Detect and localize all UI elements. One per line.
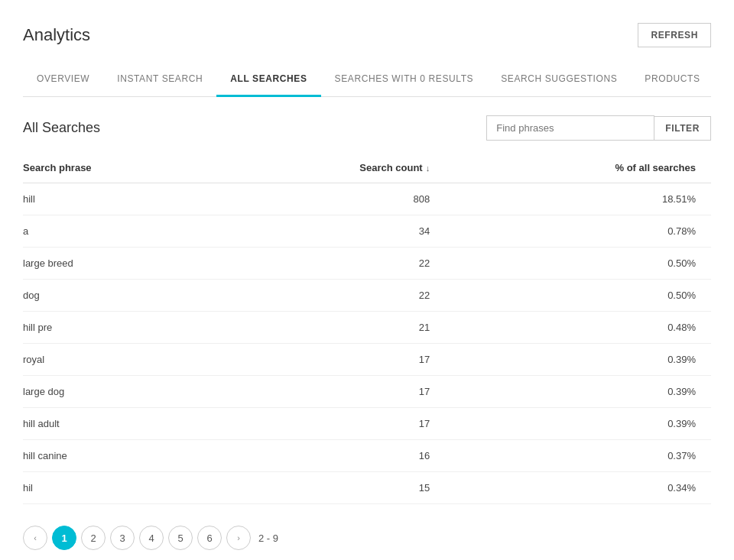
pagination-page-5[interactable]: 5 <box>168 526 193 550</box>
tab-all-searches[interactable]: ALL SEARCHES <box>216 63 320 97</box>
cell-percent: 18.51% <box>476 183 711 215</box>
pagination-prev[interactable]: ‹ <box>23 526 47 550</box>
cell-phrase: hill canine <box>23 440 191 472</box>
table-row: hill canine160.37% <box>23 440 711 472</box>
cell-percent: 0.39% <box>476 408 711 440</box>
cell-percent: 0.39% <box>476 376 711 408</box>
col-header-count[interactable]: Search count↓ <box>191 153 476 183</box>
section-title: All Searches <box>23 120 100 136</box>
cell-count: 17 <box>191 376 476 408</box>
tabs-nav: OVERVIEW INSTANT SEARCH ALL SEARCHES SEA… <box>23 63 711 97</box>
cell-phrase: hill adult <box>23 408 191 440</box>
pagination-next[interactable]: › <box>226 526 251 550</box>
page-wrapper: Analytics REFRESH OVERVIEW INSTANT SEARC… <box>0 0 734 560</box>
cell-count: 17 <box>191 408 476 440</box>
cell-phrase: large breed <box>23 248 191 280</box>
header-row: Analytics REFRESH <box>23 23 711 47</box>
pagination-page-6[interactable]: 6 <box>197 526 222 550</box>
pagination-page-4[interactable]: 4 <box>139 526 164 550</box>
cell-count: 808 <box>191 183 476 215</box>
cell-phrase: hill pre <box>23 312 191 344</box>
table-row: hill pre210.48% <box>23 312 711 344</box>
cell-count: 15 <box>191 472 476 504</box>
tab-search-suggestions[interactable]: SEARCH SUGGESTIONS <box>487 63 631 97</box>
find-phrases-input[interactable] <box>486 115 654 141</box>
pagination-page-3[interactable]: 3 <box>110 526 135 550</box>
cell-count: 34 <box>191 215 476 248</box>
cell-percent: 0.78% <box>476 215 711 248</box>
table-row: a340.78% <box>23 215 711 248</box>
cell-count: 16 <box>191 440 476 472</box>
searches-table: Search phrase Search count↓ % of all sea… <box>23 153 711 504</box>
tab-overview[interactable]: OVERVIEW <box>23 63 103 97</box>
col-header-percent: % of all searches <box>476 153 711 183</box>
sort-icon: ↓ <box>426 163 430 173</box>
filter-row: FILTER <box>486 115 711 141</box>
cell-count: 21 <box>191 312 476 344</box>
pagination-page-1[interactable]: 1 <box>52 526 76 550</box>
cell-phrase: royal <box>23 344 191 376</box>
tab-products[interactable]: PRODUCTS <box>631 63 713 97</box>
tab-instant-search[interactable]: INSTANT SEARCH <box>103 63 216 97</box>
pagination-page-2[interactable]: 2 <box>81 526 106 550</box>
pagination: ‹ 1 2 3 4 5 6 › 2 - 9 <box>23 504 711 558</box>
table-header-row: Search phrase Search count↓ % of all sea… <box>23 153 711 183</box>
table-row: large breed220.50% <box>23 248 711 280</box>
cell-phrase: hil <box>23 472 191 504</box>
filter-button[interactable]: FILTER <box>654 116 711 141</box>
cell-phrase: dog <box>23 280 191 312</box>
cell-phrase: hill <box>23 183 191 215</box>
page-title: Analytics <box>23 25 90 45</box>
table-row: hill80818.51% <box>23 183 711 215</box>
table-row: royal170.39% <box>23 344 711 376</box>
table-row: hil150.34% <box>23 472 711 504</box>
table-row: hill adult170.39% <box>23 408 711 440</box>
refresh-button[interactable]: REFRESH <box>638 23 711 47</box>
cell-percent: 0.34% <box>476 472 711 504</box>
section-header: All Searches FILTER <box>23 97 711 153</box>
cell-percent: 0.50% <box>476 248 711 280</box>
cell-count: 17 <box>191 344 476 376</box>
col-header-phrase: Search phrase <box>23 153 191 183</box>
cell-phrase: a <box>23 215 191 248</box>
table-row: large dog170.39% <box>23 376 711 408</box>
cell-count: 22 <box>191 280 476 312</box>
tab-searches-0-results[interactable]: SEARCHES WITH 0 RESULTS <box>321 63 488 97</box>
cell-percent: 0.39% <box>476 344 711 376</box>
cell-phrase: large dog <box>23 376 191 408</box>
table-row: dog220.50% <box>23 280 711 312</box>
cell-count: 22 <box>191 248 476 280</box>
cell-percent: 0.48% <box>476 312 711 344</box>
pagination-range: 2 - 9 <box>258 532 278 544</box>
cell-percent: 0.37% <box>476 440 711 472</box>
cell-percent: 0.50% <box>476 280 711 312</box>
